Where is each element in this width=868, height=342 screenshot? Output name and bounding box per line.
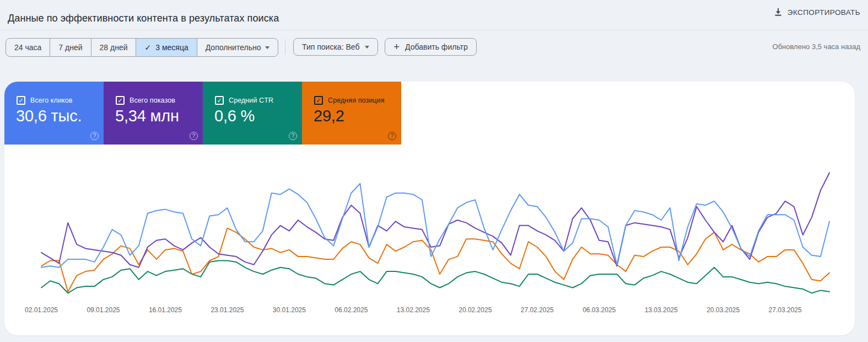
range-label: 7 дней	[58, 43, 82, 52]
tile-average-position[interactable]: ✓ Средняя позиция 29,2 ?	[302, 82, 401, 145]
chevron-down-icon	[365, 46, 369, 49]
tile-average-ctr[interactable]: ✓ Средний CTR 0,6 % ?	[203, 82, 302, 145]
add-filter-label: Добавить фильтр	[405, 42, 468, 51]
add-filter-button[interactable]: + Добавить фильтр	[385, 38, 477, 56]
range-label: 28 дней	[100, 43, 128, 52]
x-axis-label: 27.03.2025	[769, 306, 802, 314]
tile-label: Средняя позиция	[328, 97, 385, 104]
tile-total-impressions[interactable]: ✓ Всего показов 5,34 млн ?	[104, 82, 203, 145]
range-button-3m-selected[interactable]: ✓ 3 месяца	[136, 39, 196, 56]
series-line-Средняя позиция	[41, 228, 829, 292]
range-button-24h[interactable]: 24 часа	[6, 39, 50, 56]
x-axis-label: 06.02.2025	[335, 306, 368, 314]
page-title: Данные по эффективности контента в резул…	[8, 13, 279, 24]
x-axis-label: 06.03.2025	[583, 306, 616, 314]
help-icon[interactable]: ?	[90, 132, 99, 140]
range-button-more[interactable]: Дополнительно	[197, 39, 278, 56]
range-label: 3 месяца	[155, 43, 188, 52]
export-button[interactable]: ЭКСПОРТИРОВАТЬ	[774, 6, 860, 19]
checkbox-average-ctr[interactable]: ✓	[215, 96, 224, 105]
header-divider	[0, 30, 868, 30]
x-axis-label: 02.01.2025	[25, 306, 58, 314]
search-type-dropdown[interactable]: Тип поиска: Веб	[293, 38, 378, 56]
x-axis-label: 30.01.2025	[273, 306, 306, 314]
tile-label: Всего показов	[130, 97, 175, 104]
plus-icon: +	[393, 41, 400, 52]
series-line-Всего показов	[41, 173, 829, 268]
x-axis-label: 20.03.2025	[707, 306, 740, 314]
range-label: 24 часа	[14, 43, 41, 52]
range-button-28d[interactable]: 28 дней	[91, 39, 136, 56]
search-type-label: Тип поиска: Веб	[302, 42, 359, 51]
tile-total-clicks[interactable]: ✓ Всего кликов 30,6 тыс. ?	[4, 82, 104, 145]
range-label: Дополнительно	[206, 43, 261, 52]
checkbox-total-impressions[interactable]: ✓	[116, 96, 125, 105]
tile-value: 29,2	[314, 107, 344, 125]
tile-value: 0,6 %	[214, 107, 255, 125]
x-axis-label: 16.01.2025	[149, 306, 182, 314]
metric-tiles: ✓ Всего кликов 30,6 тыс. ? ✓ Всего показ…	[4, 82, 401, 145]
help-icon[interactable]: ?	[190, 132, 198, 140]
chevron-down-icon	[265, 46, 269, 49]
help-icon[interactable]: ?	[289, 132, 297, 140]
checkbox-total-clicks[interactable]: ✓	[17, 96, 25, 105]
chart-canvas[interactable]	[32, 162, 840, 304]
x-axis-label: 23.01.2025	[211, 306, 244, 314]
x-axis-label: 20.02.2025	[459, 306, 492, 314]
x-axis-label: 27.02.2025	[521, 306, 554, 314]
checkbox-average-position[interactable]: ✓	[314, 96, 323, 105]
help-icon[interactable]: ?	[388, 132, 396, 140]
tile-value: 5,34 млн	[115, 107, 179, 125]
series-line-Средний CTR	[41, 261, 829, 293]
filters-toolbar: 24 часа 7 дней 28 дней ✓ 3 месяца Дополн…	[0, 38, 868, 56]
performance-line-chart[interactable]: 02.01.202509.01.202516.01.202523.01.2025…	[32, 162, 840, 327]
toolbar-divider	[285, 39, 285, 55]
x-axis-label: 13.03.2025	[645, 306, 678, 314]
tile-value: 30,6 тыс.	[16, 107, 82, 125]
x-axis-label: 13.02.2025	[397, 306, 430, 314]
tile-label: Средний CTR	[229, 97, 273, 104]
tile-label: Всего кликов	[30, 97, 73, 104]
download-icon	[774, 8, 783, 17]
date-range-control: 24 часа 7 дней 28 дней ✓ 3 месяца Дополн…	[6, 38, 278, 57]
check-icon: ✓	[144, 43, 151, 52]
last-updated-text: Обновлено 3,5 часа назад	[773, 38, 860, 56]
range-button-7d[interactable]: 7 дней	[50, 39, 90, 56]
export-label: ЭКСПОРТИРОВАТЬ	[788, 8, 860, 17]
series-line-Всего кликов	[41, 184, 829, 268]
x-axis-label: 09.01.2025	[87, 306, 120, 314]
performance-card: ✓ Всего кликов 30,6 тыс. ? ✓ Всего показ…	[4, 82, 855, 335]
